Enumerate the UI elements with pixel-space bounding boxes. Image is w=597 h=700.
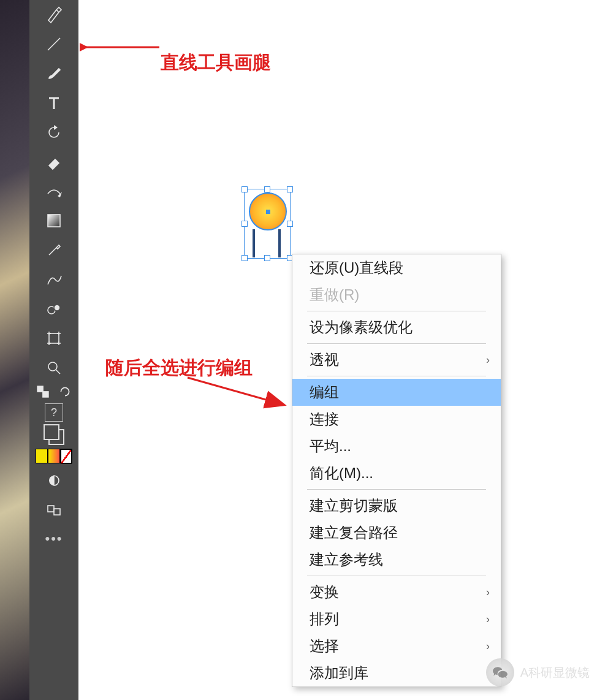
svg-rect-8 [48,506,54,512]
menu-item[interactable]: 排列› [292,606,501,633]
menu-item[interactable]: 简化(M)... [292,460,501,487]
chevron-right-icon: › [486,579,490,606]
menu-item-label: 还原(U)直线段 [310,259,403,276]
chevron-right-icon: › [486,633,490,660]
menu-item-label: 编组 [310,384,339,400]
toolbar: ? ••• [29,0,78,700]
menu-item-label: 平均... [310,438,351,454]
annotation-top: 直线工具画腿 [161,50,271,75]
resize-handle[interactable] [264,186,270,192]
menu-item-label: 添加到库 [310,664,368,681]
menu-separator [307,376,486,376]
svg-point-4 [48,362,57,371]
resize-handle[interactable] [264,255,270,261]
menu-item[interactable]: 变换› [292,579,501,606]
wechat-icon [486,658,514,687]
menu-item-label: 建立复合路径 [310,524,398,541]
screen-mode-icon[interactable] [40,467,67,494]
svg-rect-0 [48,215,60,227]
svg-rect-6 [43,392,48,397]
leg-line[interactable] [253,229,255,257]
menu-item-label: 透视 [310,351,339,368]
svg-rect-3 [49,333,59,343]
eyedropper-tool[interactable] [40,237,67,264]
zoom-tool[interactable] [40,354,67,381]
menu-item-label: 排列 [310,611,339,627]
menu-separator [307,576,486,576]
unknown-fill-icon[interactable]: ? [45,403,63,422]
swatch-a[interactable] [36,449,48,463]
menu-item[interactable]: 选择› [292,633,501,660]
menu-item-label: 选择 [310,637,339,654]
svg-rect-9 [54,509,60,515]
menu-item[interactable]: 设为像素级优化 [292,314,501,341]
menu-item-label: 简化(M)... [310,465,373,481]
menu-item-label: 重做(R) [310,286,359,303]
svg-point-2 [54,305,60,311]
symbol-sprayer-tool[interactable] [40,295,67,322]
swap-icon[interactable] [36,385,50,398]
selected-object[interactable] [244,189,292,260]
eraser-tool[interactable] [40,148,67,175]
brush-tool[interactable] [40,60,67,87]
menu-item[interactable]: 建立复合路径 [292,519,501,546]
menu-item[interactable]: 连接 [292,406,501,433]
color-swatch-row[interactable] [36,449,72,462]
resize-handle[interactable] [287,221,293,227]
gradient-tool[interactable] [40,207,67,234]
swatch-b[interactable] [48,449,60,463]
menu-item-label: 变换 [310,584,339,600]
chevron-right-icon: › [486,346,490,373]
type-tool[interactable] [40,89,67,116]
menu-separator [307,343,486,344]
cycle-icon[interactable] [58,385,72,398]
artboard-tool[interactable] [40,325,67,352]
menu-item[interactable]: 平均... [292,433,501,460]
leg-line[interactable] [278,229,281,257]
menu-item-label: 建立剪切蒙版 [310,497,398,514]
menu-item[interactable]: 还原(U)直线段 [292,254,501,281]
menu-item-label: 建立参考线 [310,551,383,568]
menu-separator [307,311,486,311]
menu-item[interactable]: 添加到库 [292,660,501,687]
menu-item: 重做(R) [292,281,501,308]
menu-item-label: 连接 [310,411,339,427]
resize-handle[interactable] [241,221,248,227]
draw-mode-icon[interactable] [44,424,64,445]
annotation-arrow-mid [184,373,294,416]
resize-handle[interactable] [287,186,293,192]
decorative-left-strip [0,0,29,700]
watermark-text: A科研显微镜 [520,664,590,681]
rotate-tool[interactable] [40,119,67,146]
more-tools-icon[interactable]: ••• [45,531,63,547]
pen-tool[interactable] [40,1,67,28]
menu-item-label: 设为像素级优化 [310,319,413,335]
swatch-none[interactable] [60,449,72,463]
menu-item[interactable]: 编组 [292,379,501,406]
menu-item[interactable]: 建立剪切蒙版 [292,492,501,519]
svg-rect-5 [37,386,43,392]
resize-handle[interactable] [241,255,248,261]
line-tool[interactable] [40,31,67,58]
context-menu: 还原(U)直线段重做(R)设为像素级优化透视›编组连接平均...简化(M)...… [292,254,501,687]
window-tiling-icon[interactable] [40,496,67,523]
svg-line-11 [188,378,283,405]
width-tool[interactable] [40,178,67,205]
annotation-arrow-top [80,38,165,56]
resize-handle[interactable] [241,186,248,192]
menu-item[interactable]: 透视› [292,346,501,373]
menu-item[interactable]: 建立参考线 [292,546,501,573]
watermark: A科研显微镜 [486,658,590,687]
chevron-right-icon: › [486,606,490,633]
blend-tool[interactable] [40,266,67,293]
gradient-circle[interactable] [249,192,287,230]
menu-separator [307,489,486,490]
